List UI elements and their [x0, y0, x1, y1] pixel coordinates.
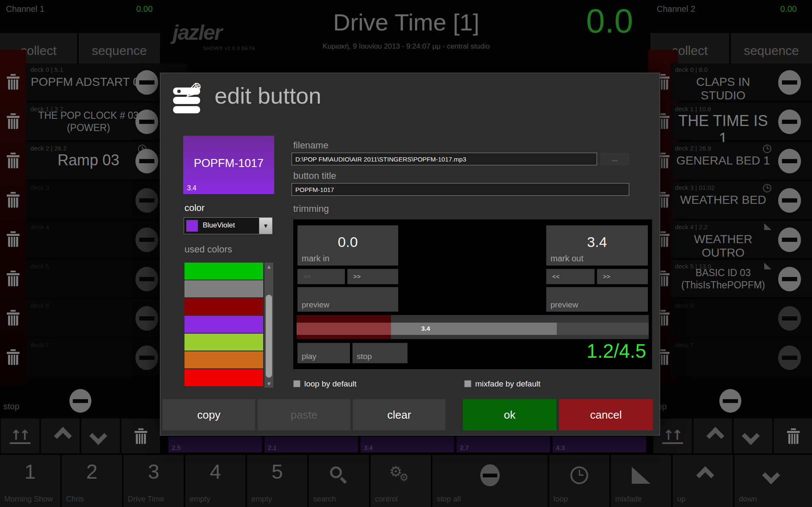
button-preview[interactable]: POPFM-1017 3.4 — [183, 136, 274, 194]
trim-slider-value: 3.4 — [396, 325, 455, 332]
button-title-label: button title — [293, 170, 336, 181]
used-colors-scrollbar[interactable]: ▲ ▼ — [264, 263, 273, 388]
color-label: color — [184, 203, 205, 214]
mark-out-label: mark out — [551, 254, 584, 263]
mixfade-by-default-label: mixfade by default — [475, 379, 540, 389]
filename-label: filename — [293, 140, 328, 151]
mark-out-value: 3.4 — [546, 234, 648, 250]
copy-button[interactable]: copy — [162, 399, 255, 430]
scrollbar-thumb[interactable] — [266, 295, 272, 378]
mark-out-nudge-forward-button[interactable]: >> — [597, 269, 648, 284]
mark-out-preview-button[interactable]: preview — [546, 287, 648, 312]
button-preview-duration: 3.4 — [187, 184, 196, 192]
trim-slider-fill — [297, 315, 391, 339]
loop-by-default-label: loop by default — [304, 379, 357, 389]
button-preview-label: POPFM-1017 — [183, 157, 274, 170]
scroll-up-icon[interactable]: ▲ — [264, 264, 273, 269]
mixfade-by-default-checkbox[interactable] — [464, 380, 471, 387]
paste-button[interactable]: paste — [258, 399, 350, 430]
edit-button-dialog: ✎ edit button POPFM-1017 3.4 color BlueV… — [160, 73, 660, 436]
used-colors-list — [184, 263, 263, 388]
mark-out-box[interactable]: 3.4 mark out — [546, 225, 648, 266]
trimming-label: trimming — [293, 203, 329, 214]
used-color-swatch[interactable] — [184, 316, 263, 333]
mark-in-nudge-forward-button[interactable]: >> — [347, 269, 398, 284]
ok-button[interactable]: ok — [463, 399, 556, 430]
browse-button[interactable]: ... — [600, 153, 629, 165]
used-color-swatch[interactable] — [184, 280, 263, 297]
trimming-panel: 0.0 mark in << >> preview 3.4 mark out <… — [293, 219, 652, 369]
mark-in-value: 0.0 — [297, 234, 398, 250]
scroll-down-icon[interactable]: ▼ — [264, 381, 273, 386]
trim-slider[interactable]: 3.4 — [297, 315, 649, 339]
preview-time: 1.2/4.5 — [586, 340, 646, 362]
edit-button-icon: ✎ — [173, 88, 206, 121]
mark-in-box[interactable]: 0.0 mark in — [297, 225, 398, 266]
color-dropdown-value: BlueViolet — [203, 221, 235, 230]
dialog-title: edit button — [215, 82, 321, 109]
used-color-swatch[interactable] — [184, 334, 263, 351]
cancel-button[interactable]: cancel — [559, 399, 653, 430]
loop-by-default-checkbox[interactable] — [293, 380, 300, 387]
filename-input[interactable] — [292, 153, 597, 165]
mark-in-preview-button[interactable]: preview — [297, 287, 398, 312]
used-color-swatch[interactable] — [184, 369, 263, 386]
mark-in-label: mark in — [302, 254, 330, 263]
clear-button[interactable]: clear — [353, 399, 446, 430]
button-title-input[interactable] — [292, 183, 629, 196]
color-dropdown-swatch — [186, 220, 198, 232]
used-color-swatch[interactable] — [184, 263, 263, 280]
mark-in-nudge-back-button[interactable]: << — [297, 269, 345, 284]
color-dropdown[interactable]: BlueViolet ▼ — [184, 217, 273, 234]
chevron-down-icon[interactable]: ▼ — [259, 218, 272, 234]
used-color-swatch[interactable] — [184, 351, 263, 368]
mark-out-nudge-back-button[interactable]: << — [546, 269, 595, 284]
play-button[interactable]: play — [297, 343, 350, 363]
stop-button[interactable]: stop — [352, 343, 407, 363]
used-colors-label: used colors — [184, 244, 232, 255]
used-color-swatch[interactable] — [184, 298, 263, 315]
